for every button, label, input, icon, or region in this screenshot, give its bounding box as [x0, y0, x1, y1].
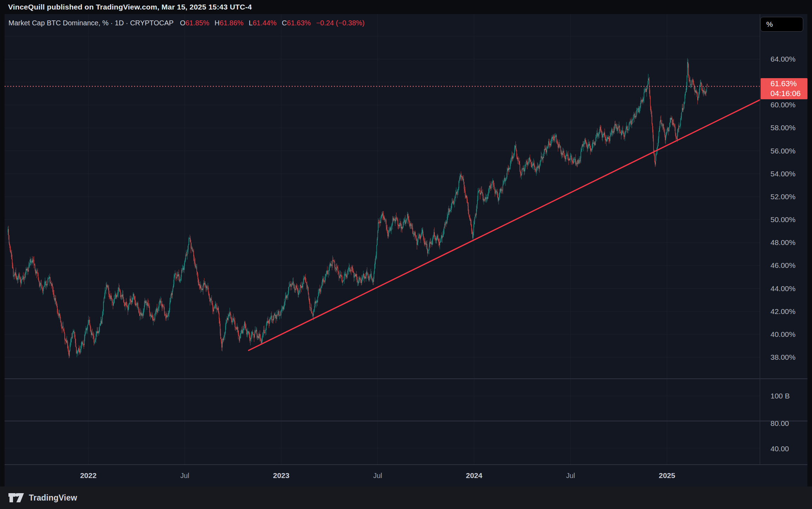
symbol-title[interactable]: Market Cap BTC Dominance, % · 1D · CRYPT… [8, 19, 173, 27]
time-axis-label: Jul [566, 472, 575, 480]
time-axis-label: 2024 [466, 471, 482, 480]
ohlc-pair: C61.63% [282, 19, 311, 27]
bar-countdown: 04:16:06 [770, 89, 807, 99]
candlestick-series [8, 58, 708, 358]
ohlc-letter: O [180, 19, 185, 27]
price-axis-label: 64.00% [770, 55, 795, 63]
ohlc-value: 61.44% [253, 19, 277, 27]
ohlc-value: 61.85% [185, 19, 209, 27]
publish-info-bar: VinceQuill published on TradingView.com,… [0, 0, 812, 14]
ohlc-pair: O61.85% [180, 19, 209, 27]
gridlines [5, 14, 760, 465]
chart-widget: Market Cap BTC Dominance, % · 1D · CRYPT… [5, 14, 807, 486]
price-axis-label: 54.00% [770, 170, 795, 178]
change-value: −0.24 (−0.38%) [316, 19, 364, 27]
price-axis-label: 50.00% [770, 215, 795, 224]
time-axis-label: 2023 [273, 471, 290, 480]
ohlc-letter: C [282, 19, 287, 27]
time-axis-label: Jul [373, 472, 382, 480]
trendline[interactable] [249, 100, 760, 351]
last-price-badge: 61.63% 04:16:06 [761, 78, 807, 99]
lower-pane-axis-label: 40.00 [770, 445, 789, 453]
last-price-value: 61.63% [770, 79, 807, 89]
ohlc-pair: H61.86% [215, 19, 243, 27]
price-axis-label: 56.00% [770, 147, 795, 155]
price-axis-label: 48.00% [770, 238, 795, 247]
ohlc-letter: L [249, 19, 253, 27]
price-axis-label: 52.00% [770, 193, 795, 201]
chart-canvas[interactable] [5, 14, 807, 486]
ohlc-values: O61.85%H61.86%L61.44%C61.63% [180, 19, 311, 27]
ohlc-letter: H [215, 19, 220, 27]
price-axis-label: 44.00% [770, 284, 795, 293]
price-axis-label: 40.00% [770, 330, 795, 339]
price-axis-label: 60.00% [770, 101, 795, 109]
publish-info-text: VinceQuill published on TradingView.com,… [8, 3, 252, 11]
tradingview-snapshot-page: { "published_bar": { "text": "VinceQuill… [0, 0, 812, 509]
price-axis-label: 38.00% [770, 353, 795, 362]
time-scale-axis[interactable]: 2022Jul2023Jul2024Jul2025 [5, 465, 807, 486]
time-axis-label: Jul [180, 472, 189, 480]
lower-pane-axis-label: 100 B [770, 392, 790, 400]
footer-bar: TradingView [0, 486, 812, 509]
tradingview-logo-icon[interactable] [8, 493, 24, 502]
ohlc-value: 61.86% [220, 19, 243, 27]
chart-legend: Market Cap BTC Dominance, % · 1D · CRYPT… [8, 19, 364, 27]
ohlc-pair: L61.44% [249, 19, 277, 27]
time-axis-label: 2022 [80, 471, 97, 480]
price-axis-label: 58.00% [770, 124, 795, 132]
percent-scale-button[interactable]: % [760, 17, 803, 32]
ohlc-value: 61.63% [287, 19, 311, 27]
footer-brand-text[interactable]: TradingView [29, 493, 77, 503]
time-axis-label: 2025 [659, 471, 675, 480]
lower-pane-axis-label: 80.00 [770, 419, 789, 428]
price-axis-label: 46.00% [770, 261, 795, 270]
price-axis-label: 42.00% [770, 307, 795, 316]
percent-scale-label: % [766, 20, 773, 29]
